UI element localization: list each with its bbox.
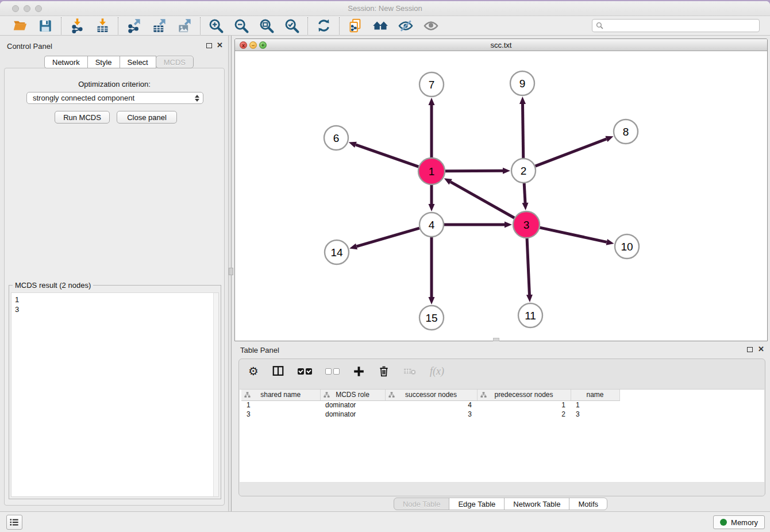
graph-node-9[interactable]: 9 [510, 71, 534, 95]
column-header-predecessor-nodes[interactable]: predecessor nodes [477, 390, 571, 400]
close-panel-button[interactable]: Close panel [117, 111, 177, 124]
search-field[interactable] [592, 19, 760, 32]
graph-arrowhead-1-6 [349, 142, 357, 148]
svg-text:15: 15 [425, 312, 437, 324]
panel-splitter-grip[interactable] [229, 268, 233, 275]
graph-edge-3-11[interactable] [527, 238, 529, 295]
workspace: x − + scc.txt 7968124314101511 Table Pan… [232, 36, 770, 511]
export-table-icon[interactable] [151, 18, 167, 34]
hide-graphics-eye-icon[interactable] [398, 18, 414, 34]
column-header-successor-nodes[interactable]: successor nodes [385, 390, 477, 400]
svg-text:6: 6 [333, 132, 340, 144]
control-panel-close-icon[interactable]: ✕ [217, 43, 223, 48]
tab-style[interactable]: Style [87, 56, 120, 68]
graph-edge-2-3[interactable] [524, 183, 525, 203]
graph-edge-2-9[interactable] [522, 104, 523, 158]
table-settings-icon[interactable]: ⚙ [248, 364, 259, 378]
refresh-layout-icon[interactable] [315, 18, 332, 34]
graph-node-15[interactable]: 15 [419, 306, 444, 330]
svg-text:10: 10 [621, 241, 633, 253]
tab-select[interactable]: Select [120, 56, 156, 68]
graph-edge-2-8[interactable] [536, 139, 607, 166]
select-stepper-icon [195, 95, 199, 102]
export-image-icon[interactable] [176, 18, 192, 34]
table-panel-float-icon[interactable] [747, 347, 753, 352]
table-scroll-strip[interactable] [240, 483, 764, 496]
result-scrollbar[interactable] [213, 293, 218, 496]
zoom-in-icon[interactable] [208, 18, 224, 34]
table-panel: ⚙ f(x) [238, 358, 765, 496]
column-header-shared-name[interactable]: shared name [241, 390, 320, 400]
graph-node-1[interactable]: 1 [418, 158, 445, 184]
graph-node-10[interactable]: 10 [615, 234, 639, 259]
graph-node-2[interactable]: 2 [511, 159, 536, 183]
graph-edge-1-6[interactable] [356, 145, 418, 167]
graph-node-6[interactable]: 6 [324, 126, 348, 150]
optimization-criterion-select[interactable]: strongly connected component [26, 92, 203, 104]
zoom-fit-icon[interactable] [259, 18, 275, 34]
export-network-icon[interactable] [126, 18, 142, 34]
table-panel-close-icon[interactable]: ✕ [758, 346, 764, 352]
graph-arrowhead-4-15 [429, 297, 435, 304]
network-graph[interactable]: 7968124314101511 [235, 51, 767, 341]
graph-node-8[interactable]: 8 [614, 119, 638, 144]
table-row[interactable]: 3dominator323 [241, 410, 619, 419]
svg-text:4: 4 [429, 219, 435, 231]
node-table: shared nameMCDS rolesuccessor nodesprede… [240, 389, 764, 482]
show-columns-icon[interactable] [272, 364, 284, 378]
graph-node-4[interactable]: 4 [419, 213, 444, 237]
tab-node-table[interactable]: Node Table [394, 498, 450, 510]
control-panel-float-icon[interactable] [206, 43, 212, 48]
graph-node-7[interactable]: 7 [419, 72, 444, 97]
window-title: Session: New Session [0, 4, 770, 13]
clone-network-icon[interactable] [347, 18, 363, 34]
run-mcds-button[interactable]: Run MCDS [55, 111, 110, 124]
search-input[interactable] [606, 21, 756, 30]
tab-edge-table[interactable]: Edge Table [449, 498, 505, 510]
import-network-icon[interactable] [69, 18, 85, 34]
graph-node-11[interactable]: 11 [518, 303, 542, 327]
control-panel-tabs: NetworkStyleSelectMCDS [45, 56, 194, 68]
column-header-name[interactable]: name [571, 390, 619, 400]
neighbors-houses-icon[interactable] [372, 18, 388, 34]
add-row-icon[interactable] [353, 364, 365, 378]
network-window-titlebar[interactable]: x − + scc.txt [235, 39, 767, 51]
import-table-icon[interactable] [94, 18, 110, 34]
column-header-MCDS-role[interactable]: MCDS role [320, 390, 385, 400]
graph-node-14[interactable]: 14 [325, 240, 349, 264]
task-history-button[interactable] [6, 515, 22, 530]
control-panel-title: Control Panel [7, 42, 52, 51]
node-table-grid[interactable]: shared nameMCDS rolesuccessor nodesprede… [241, 390, 620, 419]
save-session-icon[interactable] [37, 18, 53, 34]
search-icon [596, 22, 603, 29]
deselect-all-icon[interactable] [325, 364, 340, 378]
select-all-icon[interactable] [298, 364, 312, 378]
horizontal-splitter-grip[interactable] [493, 338, 499, 341]
open-session-icon[interactable] [12, 18, 28, 34]
network-window: x − + scc.txt 7968124314101511 [234, 38, 768, 341]
tab-network-table[interactable]: Network Table [504, 498, 569, 510]
function-builder-icon: f(x) [430, 364, 444, 378]
graph-edge-3-1[interactable] [451, 182, 514, 218]
graph-arrowhead-3-10 [606, 239, 614, 245]
zoom-selected-icon[interactable] [284, 18, 300, 34]
status-bar: Memory [0, 511, 770, 532]
network-canvas[interactable]: 7968124314101511 [235, 51, 767, 341]
tab-mcds[interactable]: MCDS [156, 56, 194, 68]
mcds-result-textarea[interactable]: 1 3 [11, 292, 219, 497]
graph-arrowhead-3-11 [526, 295, 533, 302]
graph-arrowhead-4-14 [349, 244, 357, 250]
memory-button[interactable]: Memory [713, 515, 765, 529]
mcds-result-group: MCDS result (2 nodes) 1 3 [9, 285, 221, 499]
graph-edge-3-10[interactable] [540, 228, 606, 242]
zoom-out-icon[interactable] [233, 18, 249, 34]
table-row[interactable]: 1dominator411 [241, 400, 619, 410]
delete-table-icon [403, 364, 417, 378]
graph-edge-4-14[interactable] [357, 228, 419, 246]
tab-network[interactable]: Network [44, 56, 88, 68]
tab-motifs[interactable]: Motifs [569, 498, 607, 510]
show-graphics-eye-icon[interactable] [423, 18, 439, 34]
graph-edge-1-2[interactable] [445, 171, 503, 171]
graph-node-3[interactable]: 3 [513, 211, 540, 238]
delete-row-trash-icon[interactable] [378, 364, 390, 378]
